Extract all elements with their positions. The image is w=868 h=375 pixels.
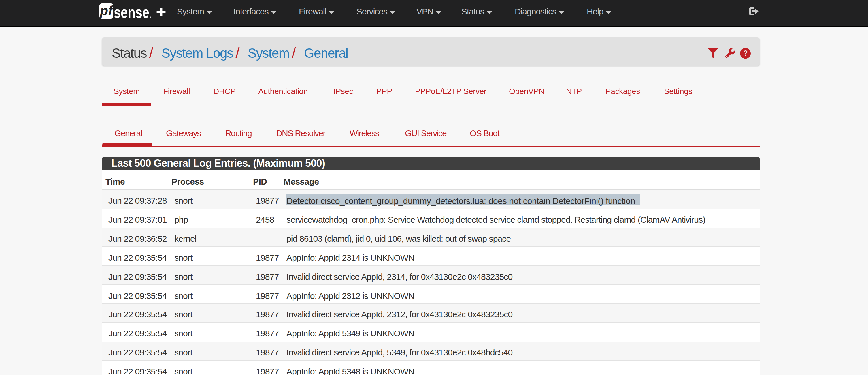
svg-text:pf: pf	[99, 3, 114, 18]
svg-text:?: ?	[743, 49, 748, 57]
svg-text:sense: sense	[114, 3, 149, 21]
